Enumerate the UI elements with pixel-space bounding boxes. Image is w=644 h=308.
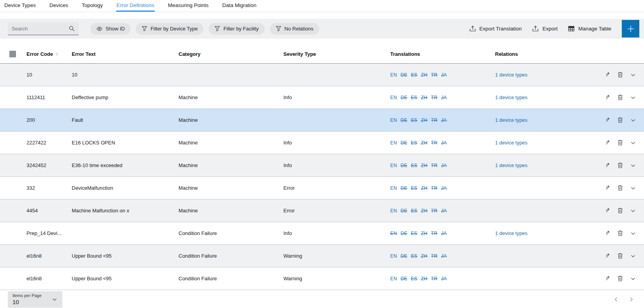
delete-button[interactable] <box>617 253 623 259</box>
translation-link-ja[interactable]: JA <box>441 72 447 78</box>
translation-link-de[interactable]: DE <box>400 163 407 168</box>
manage-table-button[interactable]: Manage Table <box>568 25 611 32</box>
sort-ascending-icon[interactable]: ↑ <box>56 51 58 57</box>
translation-link-zh[interactable]: ZH <box>421 253 428 259</box>
edit-button[interactable] <box>606 117 610 123</box>
tab-measuring-points[interactable]: Measuring Points <box>168 0 209 12</box>
translation-link-de[interactable]: DE <box>400 208 407 214</box>
translation-link-de[interactable]: DE <box>400 253 407 259</box>
expand-row-button[interactable] <box>630 208 636 214</box>
edit-button[interactable] <box>606 71 610 78</box>
relations-link[interactable]: 1 device types <box>495 230 527 236</box>
translation-link-de[interactable]: DE <box>400 95 407 100</box>
translation-link-zh[interactable]: ZH <box>421 276 428 281</box>
translation-link-tr[interactable]: TR <box>431 253 438 259</box>
items-per-page-select[interactable]: Items per Page 10 <box>8 291 62 308</box>
delete-button[interactable] <box>617 139 623 146</box>
translation-link-en[interactable]: EN <box>390 185 397 191</box>
translation-link-ja[interactable]: JA <box>441 231 447 236</box>
table-row[interactable]: el16n8Upper Bound <95Condition FailureWa… <box>0 267 644 290</box>
translation-link-ja[interactable]: JA <box>441 276 447 281</box>
translation-link-ja[interactable]: JA <box>441 185 447 191</box>
delete-button[interactable] <box>617 207 623 214</box>
translation-link-zh[interactable]: ZH <box>421 231 428 236</box>
delete-button[interactable] <box>617 117 623 123</box>
delete-button[interactable] <box>617 94 623 101</box>
expand-row-button[interactable] <box>630 230 636 237</box>
translation-link-es[interactable]: ES <box>411 140 418 146</box>
delete-button[interactable] <box>617 162 623 169</box>
relations-link[interactable]: 1 device types <box>495 72 527 78</box>
translation-link-ja[interactable]: JA <box>441 95 447 100</box>
translation-link-de[interactable]: DE <box>400 140 407 146</box>
translation-link-ja[interactable]: JA <box>441 163 447 168</box>
translation-link-es[interactable]: ES <box>411 231 418 236</box>
expand-row-button[interactable] <box>630 253 636 259</box>
filter-by-facility-button[interactable]: Filter by Facility <box>209 23 264 35</box>
column-header-category[interactable]: Category <box>179 51 200 57</box>
edit-button[interactable] <box>606 94 610 101</box>
expand-row-button[interactable] <box>630 94 636 101</box>
translation-link-es[interactable]: ES <box>411 185 418 191</box>
table-row[interactable]: 200FaultMachineENDEESZHTRJA1 device type… <box>0 109 644 132</box>
no-relations-filter-button[interactable]: No Relations <box>270 23 319 35</box>
column-header-translations[interactable]: Translations <box>390 51 420 57</box>
translation-link-es[interactable]: ES <box>411 163 418 168</box>
translation-link-en[interactable]: EN <box>390 231 397 236</box>
translation-link-ja[interactable]: JA <box>441 140 447 146</box>
translation-link-tr[interactable]: TR <box>431 208 438 214</box>
relations-link[interactable]: 1 device types <box>495 117 527 123</box>
relations-link[interactable]: 1 device types <box>495 94 527 100</box>
column-header-error-code[interactable]: Error Code <box>27 51 53 57</box>
relations-link[interactable]: 1 device types <box>495 162 527 168</box>
translation-link-de[interactable]: DE <box>400 72 407 78</box>
translation-link-tr[interactable]: TR <box>431 276 438 281</box>
translation-link-en[interactable]: EN <box>390 140 397 146</box>
show-id-toggle[interactable]: Show ID <box>90 23 131 35</box>
expand-row-button[interactable] <box>630 185 636 191</box>
table-row[interactable]: 4454Machine Malfunction on xMachineError… <box>0 199 644 222</box>
edit-button[interactable] <box>606 139 610 146</box>
export-translation-button[interactable]: Export Translation <box>469 25 522 32</box>
edit-button[interactable] <box>606 275 610 282</box>
translation-link-es[interactable]: ES <box>411 118 418 123</box>
table-row[interactable]: 3242452E36-10 time exceededMachineInfoEN… <box>0 154 644 177</box>
translation-link-de[interactable]: DE <box>400 231 407 236</box>
translation-link-zh[interactable]: ZH <box>421 185 428 191</box>
translation-link-es[interactable]: ES <box>411 72 418 78</box>
translation-link-zh[interactable]: ZH <box>421 118 428 123</box>
translation-link-tr[interactable]: TR <box>431 140 438 146</box>
translation-link-en[interactable]: EN <box>390 95 397 100</box>
translation-link-de[interactable]: DE <box>400 276 407 281</box>
edit-button[interactable] <box>606 162 610 169</box>
search-field[interactable] <box>8 22 79 35</box>
add-error-definition-button[interactable] <box>622 20 639 37</box>
translation-link-zh[interactable]: ZH <box>421 95 428 100</box>
translation-link-en[interactable]: EN <box>390 118 397 123</box>
tab-device-types[interactable]: Device Types <box>4 0 36 12</box>
edit-button[interactable] <box>606 207 610 214</box>
tab-error-definitions[interactable]: Error Definitions <box>116 0 155 12</box>
table-row[interactable]: el16n8Upper Bound <95Condition FailureWa… <box>0 245 644 267</box>
translation-link-en[interactable]: EN <box>390 276 397 281</box>
table-row[interactable]: 1010ENDEESZHTRJA1 device types <box>0 64 644 86</box>
delete-button[interactable] <box>617 185 623 191</box>
translation-link-en[interactable]: EN <box>390 72 397 78</box>
select-all-checkbox[interactable] <box>9 51 16 57</box>
table-row[interactable]: 332DeviceMalfunctionMachineErrorENDEESZH… <box>0 177 644 199</box>
expand-row-button[interactable] <box>630 276 636 282</box>
next-page-button[interactable] <box>628 297 634 302</box>
column-header-relations[interactable]: Relations <box>495 51 518 57</box>
translation-link-tr[interactable]: TR <box>431 231 438 236</box>
edit-button[interactable] <box>606 230 610 237</box>
translation-link-tr[interactable]: TR <box>431 118 438 123</box>
translation-link-es[interactable]: ES <box>411 253 418 259</box>
delete-button[interactable] <box>617 71 623 78</box>
translation-link-zh[interactable]: ZH <box>421 72 428 78</box>
column-header-error-text[interactable]: Error Text <box>72 51 96 57</box>
search-input[interactable] <box>12 26 65 32</box>
relations-link[interactable]: 1 device types <box>495 140 527 146</box>
previous-page-button[interactable] <box>614 297 619 302</box>
expand-row-button[interactable] <box>630 162 636 169</box>
expand-row-button[interactable] <box>630 72 636 78</box>
